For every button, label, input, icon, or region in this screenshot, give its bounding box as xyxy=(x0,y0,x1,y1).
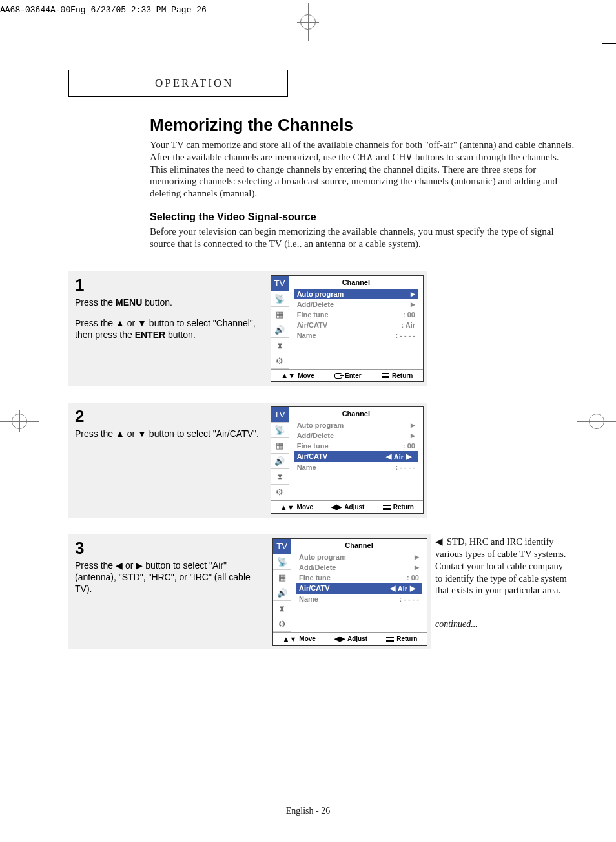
osd-row-value: : - - - - xyxy=(395,463,415,471)
osd-tab-icon: ⧗ xyxy=(271,469,289,485)
osd-row-label: Add/Delete xyxy=(299,563,336,571)
osd-footer-move: Move xyxy=(297,503,314,510)
osd-row: Name : - - - - xyxy=(294,462,418,472)
osd-footer-mid: Enter xyxy=(345,372,362,379)
crop-mark xyxy=(602,30,616,44)
osd-tab-icon: TV xyxy=(271,407,289,423)
osd-footer: ▲▼Move Enter Return xyxy=(271,369,423,381)
osd-tab-icon: ▦ xyxy=(271,307,289,322)
osd-tab-icon: 🔊 xyxy=(273,585,291,601)
updown-icon: ▲▼ xyxy=(281,372,295,379)
osd-row: Auto program ▶ xyxy=(296,552,422,562)
page-title: Memorizing the Channels xyxy=(150,115,576,135)
step-instruction-line: Press the MENU button. xyxy=(75,297,267,308)
osd-row: Auto program ▶ xyxy=(294,289,418,299)
osd-row: Air/CATV ◀ Air ▶ xyxy=(296,583,422,594)
osd-panel: TV📡▦🔊⧗⚙ Channel Auto program ▶ Add/Delet… xyxy=(271,275,424,382)
osd-tab-icon: ⚙ xyxy=(273,616,291,632)
osd-row-label: Air/CATV xyxy=(297,452,327,461)
osd-row-value: ▶ xyxy=(411,290,415,298)
osd-row-value: : 00 xyxy=(407,574,419,582)
step-text: 3 Press the ◀ or ▶ button to select "Air… xyxy=(75,538,269,595)
osd-row: Fine tune : 00 xyxy=(294,310,418,320)
osd-footer-mid: Adjust xyxy=(347,635,367,642)
osd-row-label: Auto program xyxy=(299,553,346,561)
main-content: Memorizing the Channels Your TV can memo… xyxy=(150,115,576,249)
side-note-text: STD, HRC and IRC identify various types … xyxy=(435,536,567,595)
updown-icon: ▲▼ xyxy=(283,635,297,643)
registration-mark-left xyxy=(0,410,39,432)
osd-tab-strip: TV📡▦🔊⧗⚙ xyxy=(271,407,289,500)
osd-tab-icon: TV xyxy=(273,539,291,554)
osd-footer-move: Move xyxy=(298,372,314,379)
page-footer: English - 26 xyxy=(0,806,616,816)
section-tab: OPERATION xyxy=(68,70,288,97)
registration-mark-top xyxy=(297,3,319,41)
osd-tab-icon: ⚙ xyxy=(271,485,289,500)
leftright-icon: ◀▶ xyxy=(331,503,342,511)
osd-tab-icon: ⧗ xyxy=(273,601,291,616)
osd-tab-icon: TV xyxy=(271,276,289,291)
osd-panel: TV📡▦🔊⧗⚙ Channel Auto program ▶ Add/Delet… xyxy=(271,406,424,514)
step-number: 3 xyxy=(75,538,269,558)
step-block: 3 Press the ◀ or ▶ button to select "Air… xyxy=(68,534,431,649)
osd-row-label: Fine tune xyxy=(297,442,329,450)
osd-row: Air/CATV : Air xyxy=(294,320,418,330)
subheading: Selecting the Video Signal-source xyxy=(150,211,576,223)
osd-row: Name : - - - - xyxy=(296,594,422,604)
osd-row-value: ▶ xyxy=(411,421,415,429)
osd-row: Add/Delete ▶ xyxy=(294,299,418,310)
osd-tab-icon: 🔊 xyxy=(271,454,289,469)
osd-row: Add/Delete ▶ xyxy=(294,430,418,441)
osd-row: Fine tune : 00 xyxy=(294,441,418,451)
osd-row: Auto program ▶ xyxy=(294,420,418,430)
step-text: 1 Press the MENU button.Press the ▲ or ▼… xyxy=(75,275,267,341)
updown-icon: ▲▼ xyxy=(280,503,294,511)
osd-footer-return: Return xyxy=(393,503,414,510)
step-instruction-line: Press the ▲ or ▼ button to select "Chann… xyxy=(75,317,267,341)
osd-footer: ▲▼Move ◀▶Adjust Return xyxy=(273,632,427,645)
osd-footer: ▲▼Move ◀▶Adjust Return xyxy=(271,500,423,513)
osd-row-label: Auto program xyxy=(297,421,344,429)
osd-tab-icon: 📡 xyxy=(271,423,289,438)
osd-row-value: ◀ Air ▶ xyxy=(386,584,419,593)
osd-footer-return: Return xyxy=(392,372,413,379)
osd-title: Channel xyxy=(291,539,427,552)
menu-icon xyxy=(386,637,394,642)
pointer-left-icon: ◀ xyxy=(435,536,443,548)
osd-row: Add/Delete ▶ xyxy=(296,562,422,573)
osd-tab-strip: TV📡▦🔊⧗⚙ xyxy=(273,539,291,632)
osd-row-label: Fine tune xyxy=(299,574,331,582)
steps-container: 1 Press the MENU button.Press the ▲ or ▼… xyxy=(68,271,572,666)
subintro-paragraph: Before your television can begin memoriz… xyxy=(150,226,576,250)
step-number: 2 xyxy=(75,406,267,426)
osd-tab-icon: 📡 xyxy=(271,291,289,307)
step-number: 1 xyxy=(75,275,267,295)
osd-row-label: Name xyxy=(297,332,316,339)
step-block: 1 Press the MENU button.Press the ▲ or ▼… xyxy=(68,271,427,386)
osd-tab-icon: ⧗ xyxy=(271,338,289,353)
osd-panel: TV📡▦🔊⧗⚙ Channel Auto program ▶ Add/Delet… xyxy=(272,538,427,646)
step-block: 2 Press the ▲ or ▼ button to select "Air… xyxy=(68,403,427,518)
osd-tab-icon: ▦ xyxy=(273,570,291,585)
osd-row-label: Add/Delete xyxy=(297,300,334,308)
osd-footer-move: Move xyxy=(299,635,316,642)
osd-row-value: ▶ xyxy=(411,300,415,308)
osd-row-label: Name xyxy=(299,595,318,603)
step-instruction-line: Press the ◀ or ▶ button to select "Air" … xyxy=(75,560,269,595)
osd-row-value: : - - - - xyxy=(395,332,415,339)
osd-row-value: ▶ xyxy=(411,432,415,439)
osd-tab-icon: ⚙ xyxy=(271,353,289,369)
leftright-icon: ◀▶ xyxy=(334,635,345,643)
section-label: OPERATION xyxy=(147,70,287,96)
osd-row: Fine tune : 00 xyxy=(296,573,422,583)
osd-tab-icon: 🔊 xyxy=(271,322,289,338)
osd-row-label: Name xyxy=(297,463,316,471)
osd-title: Channel xyxy=(289,276,423,289)
step-text: 2 Press the ▲ or ▼ button to select "Air… xyxy=(75,406,267,439)
intro-paragraph: Your TV can memorize and store all of th… xyxy=(150,139,576,200)
osd-row-label: Air/CATV xyxy=(297,321,327,329)
osd-row-value: ▶ xyxy=(415,563,419,571)
osd-row-label: Auto program xyxy=(297,290,344,298)
osd-row: Name : - - - - xyxy=(294,330,418,341)
